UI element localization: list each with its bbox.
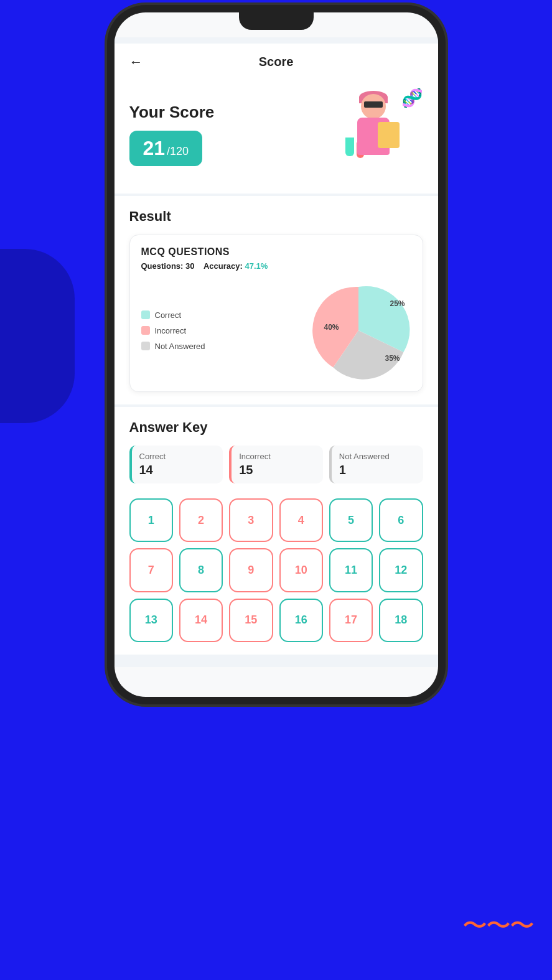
question-btn-3[interactable]: 3 [229,498,273,542]
correct-label: Correct [155,310,182,320]
chart-area: Correct Incorrect Not Answered [141,281,411,380]
questions-count: 30 [185,261,194,271]
question-btn-8[interactable]: 8 [179,548,223,592]
question-btn-13[interactable]: 13 [129,599,173,642]
question-btn-10[interactable]: 10 [279,548,323,592]
answer-key-section: Answer Key Correct 14 Incorrect 15 Not A… [115,407,438,655]
graduation-cap-icon [364,101,383,108]
book-icon [378,122,400,148]
question-btn-16[interactable]: 16 [279,599,323,642]
accuracy-value: 47.1% [245,261,268,271]
mcq-meta: Questions: 30 Accuracy: 47.1% [141,261,411,271]
flask-icon [345,138,354,156]
stat-not-answered-value: 1 [339,463,416,477]
question-btn-15[interactable]: 15 [229,599,273,642]
question-btn-1[interactable]: 1 [129,498,173,542]
not-answered-dot [141,342,150,350]
stat-incorrect-value: 15 [239,463,316,477]
mcq-card: MCQ QUESTIONS Questions: 30 Accuracy: 47… [129,235,423,392]
score-left: Your Score 21 /120 [129,103,215,166]
legend-correct: Correct [141,310,299,320]
pie-svg [306,281,411,380]
score-illustration: 🧬 [324,88,423,181]
question-btn-9[interactable]: 9 [229,548,273,592]
stat-not-answered-label: Not Answered [339,452,416,461]
your-score-label: Your Score [129,103,215,122]
legend-not-answered: Not Answered [141,342,299,351]
pie-label-correct: 40% [324,323,339,332]
question-btn-6[interactable]: 6 [379,498,423,542]
question-btn-7[interactable]: 7 [129,548,173,592]
screen: ← Score Your Score 21 /120 [115,37,438,667]
back-button[interactable]: ← [129,54,143,70]
question-btn-14[interactable]: 14 [179,599,223,642]
score-total: /120 [167,145,189,158]
mcq-title: MCQ QUESTIONS [141,246,411,258]
phone-container: ← Score Your Score 21 /120 [115,12,438,697]
stat-correct-value: 14 [139,463,216,477]
stat-correct: Correct 14 [129,446,223,483]
stats-row: Correct 14 Incorrect 15 Not Answered 1 [129,446,423,483]
questions-grid: 123456789101112131415161718 [129,498,423,642]
header: ← Score [115,44,438,75]
not-answered-label: Not Answered [155,342,205,351]
result-section: Result MCQ QUESTIONS Questions: 30 Accur… [115,196,438,404]
legend-incorrect: Incorrect [141,326,299,335]
question-btn-11[interactable]: 11 [329,548,373,592]
accuracy-label: Accuracy: [203,261,243,271]
incorrect-label: Incorrect [155,326,187,335]
question-btn-2[interactable]: 2 [179,498,223,542]
pie-label-incorrect: 35% [385,354,400,363]
score-value: 21 [143,137,166,160]
page-title: Score [259,55,294,69]
stat-correct-label: Correct [139,452,216,461]
score-section: Your Score 21 /120 🧬 [115,75,438,194]
correct-dot [141,310,150,319]
stat-incorrect: Incorrect 15 [229,446,323,483]
chart-legend: Correct Incorrect Not Answered [141,310,299,351]
question-btn-5[interactable]: 5 [329,498,373,542]
question-btn-4[interactable]: 4 [279,498,323,542]
pie-chart: 40% 25% 35% [306,281,411,380]
dna-icon: 🧬 [401,88,423,108]
question-btn-17[interactable]: 17 [329,599,373,642]
student-figure [345,94,401,175]
stat-not-answered: Not Answered 1 [329,446,423,483]
pie-label-not-answered: 25% [390,299,405,308]
bg-decoration-wave: 〜〜〜 [462,908,533,943]
question-btn-18[interactable]: 18 [379,599,423,642]
score-badge: 21 /120 [129,131,203,166]
result-title: Result [129,208,423,225]
incorrect-dot [141,326,150,335]
questions-label: Questions: [141,261,184,271]
stat-incorrect-label: Incorrect [239,452,316,461]
answer-key-title: Answer Key [129,419,423,436]
question-btn-12[interactable]: 12 [379,548,423,592]
phone-notch [239,12,314,30]
bg-decoration-left [0,249,75,423]
